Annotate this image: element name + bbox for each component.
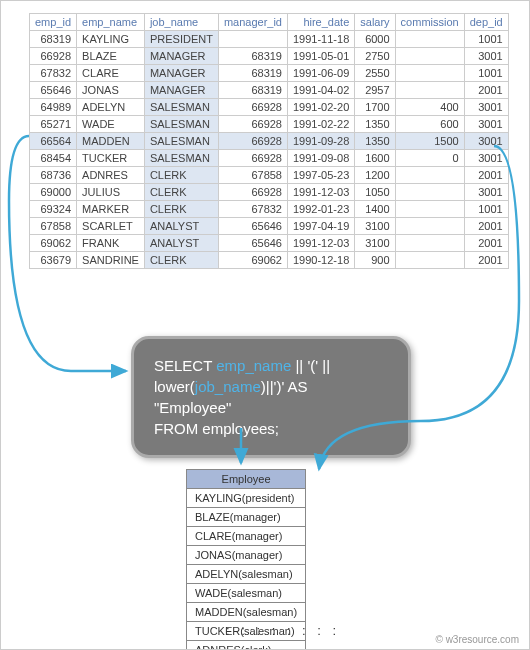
table-row: 64989ADELYNSALESMAN669281991-02-20170040… xyxy=(30,99,509,116)
table-row: 68319KAYLINGPRESIDENT1991-11-1860001001 xyxy=(30,31,509,48)
source-employees-table: emp_idemp_namejob_namemanager_idhire_dat… xyxy=(29,13,509,269)
cell: 64989 xyxy=(30,99,77,116)
table-row: 67858SCARLETANALYST656461997-04-19310020… xyxy=(30,218,509,235)
cell: 69324 xyxy=(30,201,77,218)
cell: 67858 xyxy=(30,218,77,235)
cell xyxy=(395,31,464,48)
result-cell: KAYLING(president) xyxy=(187,489,306,508)
table-row: 65646JONASMANAGER683191991-04-0229572001 xyxy=(30,82,509,99)
cell: SALESMAN xyxy=(144,99,218,116)
table-row: 68736ADNRESCLERK678581997-05-2312002001 xyxy=(30,167,509,184)
cell: 66928 xyxy=(218,99,287,116)
cell: 2550 xyxy=(355,65,395,82)
sql-text: || '(' || xyxy=(291,357,330,374)
cell xyxy=(395,252,464,269)
col-emp_name: emp_name xyxy=(77,14,145,31)
cell: 900 xyxy=(355,252,395,269)
cell: 1400 xyxy=(355,201,395,218)
cell: ANALYST xyxy=(144,218,218,235)
table-row: 66928BLAZEMANAGER683191991-05-0127503001 xyxy=(30,48,509,65)
cell: 2001 xyxy=(464,235,508,252)
cell: 65271 xyxy=(30,116,77,133)
cell: 1991-12-03 xyxy=(287,184,354,201)
table-row: KAYLING(president) xyxy=(187,489,306,508)
cell xyxy=(395,48,464,65)
cell: ADELYN xyxy=(77,99,145,116)
table-row: WADE(salesman) xyxy=(187,584,306,603)
cell: 1991-06-09 xyxy=(287,65,354,82)
cell: 3001 xyxy=(464,184,508,201)
cell: 1001 xyxy=(464,201,508,218)
cell: 2001 xyxy=(464,218,508,235)
table-row: MADDEN(salesman) xyxy=(187,603,306,622)
cell: 67858 xyxy=(218,167,287,184)
cell: 66564 xyxy=(30,133,77,150)
cell: 63679 xyxy=(30,252,77,269)
col-hire_date: hire_date xyxy=(287,14,354,31)
result-cell: JONAS(manager) xyxy=(187,546,306,565)
cell: 6000 xyxy=(355,31,395,48)
cell: 1991-05-01 xyxy=(287,48,354,65)
table-row: 69324MARKERCLERK678321992-01-2314001001 xyxy=(30,201,509,218)
cell: 67832 xyxy=(30,65,77,82)
cell: 1001 xyxy=(464,31,508,48)
result-cell: ADELYN(salesman) xyxy=(187,565,306,584)
col-commission: commission xyxy=(395,14,464,31)
cell: 1991-09-08 xyxy=(287,150,354,167)
cell: CLARE xyxy=(77,65,145,82)
cell: ADNRES xyxy=(77,167,145,184)
table-row: ADNRES(clerk) xyxy=(187,641,306,651)
cell: 65646 xyxy=(30,82,77,99)
cell: SALESMAN xyxy=(144,116,218,133)
cell: 1600 xyxy=(355,150,395,167)
ellipsis-text: : : : : : : : : xyxy=(226,623,340,638)
cell: 68319 xyxy=(218,82,287,99)
cell: 2001 xyxy=(464,82,508,99)
col-job_name: job_name xyxy=(144,14,218,31)
result-cell: CLARE(manager) xyxy=(187,527,306,546)
cell: 68454 xyxy=(30,150,77,167)
cell: SALESMAN xyxy=(144,133,218,150)
cell: 3001 xyxy=(464,48,508,65)
table-row: 67832CLAREMANAGER683191991-06-0925501001 xyxy=(30,65,509,82)
cell: 1990-12-18 xyxy=(287,252,354,269)
cell xyxy=(395,82,464,99)
sql-col-emp-name: emp_name xyxy=(216,357,291,374)
cell: 65646 xyxy=(218,218,287,235)
result-header: Employee xyxy=(187,470,306,489)
cell: JONAS xyxy=(77,82,145,99)
cell: 3001 xyxy=(464,116,508,133)
cell: TUCKER xyxy=(77,150,145,167)
cell: SALESMAN xyxy=(144,150,218,167)
cell: 1991-04-02 xyxy=(287,82,354,99)
cell: MADDEN xyxy=(77,133,145,150)
cell: CLERK xyxy=(144,184,218,201)
sql-lower: lower( xyxy=(154,378,195,395)
cell: MANAGER xyxy=(144,48,218,65)
cell: 2750 xyxy=(355,48,395,65)
cell: FRANK xyxy=(77,235,145,252)
cell: 400 xyxy=(395,99,464,116)
cell: ANALYST xyxy=(144,235,218,252)
sql-col-job-name: job_name xyxy=(195,378,261,395)
cell: 1700 xyxy=(355,99,395,116)
cell: 68319 xyxy=(218,65,287,82)
cell xyxy=(395,218,464,235)
table-row: BLAZE(manager) xyxy=(187,508,306,527)
cell: 1991-02-22 xyxy=(287,116,354,133)
cell: CLERK xyxy=(144,167,218,184)
cell: 1001 xyxy=(464,65,508,82)
cell: 69062 xyxy=(30,235,77,252)
cell: 1991-02-20 xyxy=(287,99,354,116)
cell: 2957 xyxy=(355,82,395,99)
cell: 1992-01-23 xyxy=(287,201,354,218)
cell xyxy=(395,235,464,252)
table-row: 69062FRANKANALYST656461991-12-0331002001 xyxy=(30,235,509,252)
cell: JULIUS xyxy=(77,184,145,201)
result-cell: BLAZE(manager) xyxy=(187,508,306,527)
cell: 1350 xyxy=(355,133,395,150)
col-manager_id: manager_id xyxy=(218,14,287,31)
cell xyxy=(395,184,464,201)
table-row: 66564MADDENSALESMAN669281991-09-28135015… xyxy=(30,133,509,150)
sql-query-box: SELECT emp_name || '(' || lower(job_name… xyxy=(131,336,411,458)
